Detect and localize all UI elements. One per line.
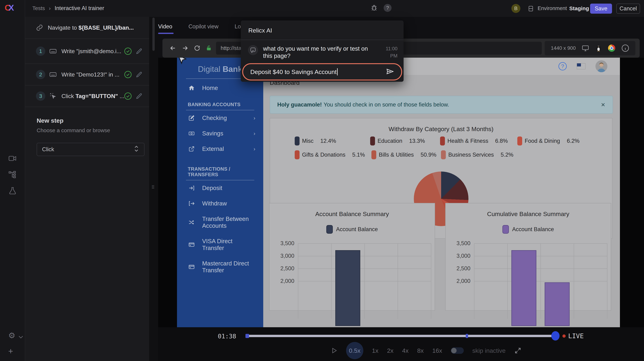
play-icon[interactable] xyxy=(330,347,338,354)
navigate-step[interactable]: Navigate to ${BASE_URL}/ban... xyxy=(25,17,149,39)
new-step-title: New step xyxy=(37,117,141,124)
tab-video[interactable]: Video xyxy=(158,23,172,30)
cancel-button[interactable]: Cancel xyxy=(616,3,640,14)
legend-value: 6.2% xyxy=(567,138,580,144)
ai-prompt-input[interactable]: Deposit $40 to Savings Account xyxy=(242,63,402,80)
external-link-icon xyxy=(188,146,195,152)
check-circle-icon xyxy=(124,47,132,55)
speed-4x[interactable]: 4x xyxy=(402,347,408,354)
flask-icon[interactable] xyxy=(8,186,17,195)
check-circle-icon xyxy=(124,71,132,78)
viewport-resolution: 1440 x 900 xyxy=(551,45,576,51)
legend-value: 5.1% xyxy=(352,152,365,158)
step-number: 2 xyxy=(36,70,45,79)
speed-8x[interactable]: 8x xyxy=(417,347,424,354)
legend-value: 12.4% xyxy=(320,138,336,144)
step-number: 1 xyxy=(36,46,45,56)
edit-pencil-icon[interactable] xyxy=(136,71,143,78)
bank-section-title: BANKING ACCOUNTS xyxy=(177,96,263,109)
environment-label: Environment xyxy=(538,5,567,11)
pie-legend-item[interactable]: Misc 12.4% xyxy=(295,136,336,145)
bank-nav-home[interactable]: Home xyxy=(177,80,263,96)
timeline-handle[interactable] xyxy=(551,331,560,341)
skip-inactive-toggle[interactable] xyxy=(451,347,464,354)
pie-chart-title: Withdraw By Category (Last 3 Months) xyxy=(270,126,612,133)
page-title: Interactive AI trainer xyxy=(54,5,104,11)
timeline-scrubber[interactable] xyxy=(246,335,558,337)
chevron-down-icon[interactable] xyxy=(18,333,24,341)
breadcrumb-tests[interactable]: Tests xyxy=(32,5,45,11)
command-select[interactable]: Click xyxy=(37,143,144,156)
app-logo[interactable]: CX xyxy=(5,3,13,12)
pie-legend-item[interactable]: Gifts & Donations 5.1% xyxy=(295,150,365,159)
viewport-info-cluster: 1440 x 900 xyxy=(545,41,636,55)
credit-card-icon xyxy=(188,242,195,248)
bank-user-avatar[interactable] xyxy=(596,60,607,72)
bank-help-icon[interactable]: ? xyxy=(558,62,567,70)
send-icon[interactable] xyxy=(386,67,394,76)
us-flag-icon[interactable] xyxy=(577,63,586,69)
bank-nav-external[interactable]: External › xyxy=(177,141,263,157)
bank-section-title: TRANSACTIONS / TRANSFERS xyxy=(177,160,263,179)
scrollbar-thumb[interactable] xyxy=(152,17,155,51)
gridline xyxy=(331,243,332,319)
linux-penguin-icon xyxy=(595,44,602,52)
pie-legend-item[interactable]: Business Services 5.2% xyxy=(441,150,513,159)
left-icon-rail: CX ⚙ + xyxy=(0,0,25,361)
video-camera-icon[interactable] xyxy=(8,154,17,163)
step-row-1[interactable]: 1 Write "jsmith@demo.i... xyxy=(25,39,149,64)
speed-2x[interactable]: 2x xyxy=(387,347,394,354)
pie-legend-item[interactable]: Education 13.3% xyxy=(370,136,425,145)
legend-swatch xyxy=(517,136,522,145)
step-row-2[interactable]: 2 Write "Demo123!" in ... xyxy=(25,64,149,85)
bank-nav-transfer[interactable]: Transfer Between Accounts xyxy=(177,211,263,234)
alert-close-icon[interactable]: ✕ xyxy=(601,102,605,108)
y-axis-tick: 3,500 xyxy=(447,240,470,247)
panel-gutter: ⠿ xyxy=(149,17,158,361)
bar xyxy=(545,282,570,326)
speed-0.5x[interactable]: 0.5x xyxy=(346,342,363,359)
edit-pencil-icon[interactable] xyxy=(136,48,143,55)
new-step-subtitle: Choose a command or browse xyxy=(37,127,141,133)
pie-legend-item[interactable]: Bills & Utilities 50.9% xyxy=(372,150,436,159)
avatar[interactable]: B xyxy=(512,4,520,13)
refresh-icon[interactable] xyxy=(194,45,200,51)
bank-nav-withdraw[interactable]: Withdraw xyxy=(177,196,263,211)
bank-nav-visa-transfer[interactable]: VISA Direct Transfer xyxy=(177,234,263,256)
speed-1x[interactable]: 1x xyxy=(372,347,378,354)
edit-pencil-icon[interactable] xyxy=(136,92,143,100)
bank-nav-savings[interactable]: Savings › xyxy=(177,126,263,141)
flow-tree-icon[interactable] xyxy=(8,170,17,179)
save-button[interactable]: Save xyxy=(590,3,612,14)
back-icon[interactable] xyxy=(169,44,176,52)
step-row-3[interactable]: 3 Click Tag="BUTTON" ... xyxy=(25,85,149,107)
bug-icon[interactable] xyxy=(370,4,378,12)
divider xyxy=(241,40,404,40)
info-icon[interactable] xyxy=(621,44,629,52)
bar-chart-title: Cumulative Balance Summary xyxy=(446,211,611,218)
panel-resize-handle[interactable]: ⠿ xyxy=(151,186,156,196)
dashboard-alert: Holy guacamole! You should check in on s… xyxy=(270,96,613,114)
breadcrumb-separator: › xyxy=(49,5,51,11)
recorded-cursor-icon xyxy=(176,58,188,65)
bank-nav-checking[interactable]: Checking › xyxy=(177,110,263,126)
legend-label: Health & Fitness xyxy=(448,138,488,144)
bank-nav-mastercard-transfer[interactable]: Mastercard Direct Transfer xyxy=(177,256,263,278)
environment-value[interactable]: Staging xyxy=(569,5,589,11)
ai-message-text: what do you want me to verify or test on… xyxy=(263,45,378,59)
fullscreen-icon[interactable] xyxy=(514,347,522,354)
y-axis-tick: 2,500 xyxy=(271,265,294,272)
help-icon[interactable]: ? xyxy=(384,4,392,12)
new-step-section: New step Choose a command or browse Clic… xyxy=(25,107,149,156)
pie-legend-item[interactable]: Food & Dining 6.2% xyxy=(517,136,580,145)
environment-icon xyxy=(528,5,534,12)
forward-icon[interactable] xyxy=(182,44,189,52)
bank-nav-deposit[interactable]: Deposit xyxy=(177,180,263,196)
add-button[interactable]: + xyxy=(8,346,17,355)
settings-gear-icon[interactable]: ⚙ xyxy=(8,331,17,340)
video-playback-area[interactable]: Digital Bank Home BANKING ACCOUNTS Check… xyxy=(158,58,644,327)
cumulative-balance-card: Cumulative Balance Summary Account Balan… xyxy=(445,203,611,311)
speed-16x[interactable]: 16x xyxy=(432,347,442,354)
pie-legend-item[interactable]: Health & Fitness 6.8% xyxy=(440,136,508,145)
tab-copilot-view[interactable]: Copilot view xyxy=(188,23,218,30)
